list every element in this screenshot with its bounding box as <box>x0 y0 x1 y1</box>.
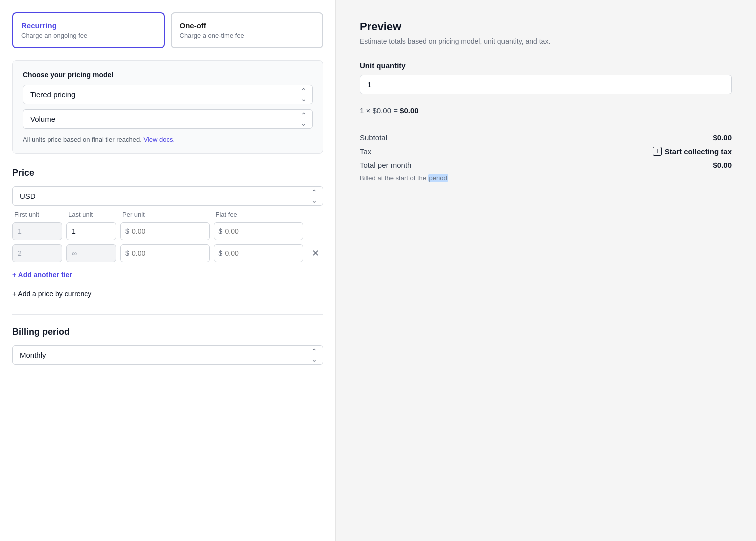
price-section-title: Price <box>12 168 323 178</box>
remove-tier-button[interactable]: ✕ <box>307 246 323 261</box>
tax-label: Tax <box>360 147 371 156</box>
currency-select-wrapper: USD EUR GBP ⌃⌄ <box>12 186 323 206</box>
left-panel: Recurring Charge an ongoing fee One-off … <box>0 0 336 541</box>
tier1-per-unit-input[interactable] <box>120 222 210 240</box>
last-unit-header: Last unit <box>66 211 116 218</box>
recurring-card[interactable]: Recurring Charge an ongoing fee <box>12 12 165 48</box>
period-highlight: period <box>428 174 448 182</box>
add-currency-button[interactable]: + Add a price by currency <box>12 286 91 302</box>
preview-subtitle: Estimate totals based on pricing model, … <box>360 37 732 45</box>
pricing-description: All units price based on final tier reac… <box>23 136 313 143</box>
tier1-last-unit-input[interactable] <box>66 222 116 240</box>
subtotal-row: Subtotal $0.00 <box>360 133 732 142</box>
tier2-per-unit-wrapper: $ <box>120 244 210 262</box>
pricing-model-label: Choose your pricing model <box>23 71 313 79</box>
total-per-month-value: $0.00 <box>713 161 732 169</box>
billed-note: Billed at the start of the period <box>360 174 732 182</box>
pricing-model-secondary-wrapper: Volume Tiered Standard ⌃⌄ <box>23 109 313 129</box>
first-unit-header: First unit <box>12 211 62 218</box>
recurring-card-title: Recurring <box>21 21 156 30</box>
section-divider <box>12 314 323 315</box>
pricing-model-secondary-select[interactable]: Volume Tiered Standard <box>23 109 313 129</box>
right-panel: Preview Estimate totals based on pricing… <box>336 0 756 541</box>
actions-header <box>307 211 323 218</box>
total-per-month-row: Total per month $0.00 <box>360 161 732 169</box>
tier2-last-unit-input <box>66 244 116 262</box>
pricing-model-section: Choose your pricing model Tiered pricing… <box>12 60 323 154</box>
table-row: $ $ ✕ <box>12 244 323 262</box>
unit-quantity-label: Unit quantity <box>360 61 732 70</box>
start-collecting-tax-label: Start collecting tax <box>665 147 732 156</box>
unit-quantity-input[interactable] <box>360 75 732 94</box>
billing-section: Billing period Monthly Weekly Yearly Eve… <box>12 327 323 365</box>
tier-headers: First unit Last unit Per unit Flat fee <box>12 211 323 218</box>
tier2-per-unit-input[interactable] <box>120 244 210 262</box>
subtotal-label: Subtotal <box>360 133 387 142</box>
tier2-first-unit-input <box>12 244 62 262</box>
view-docs-link[interactable]: View docs. <box>143 136 175 143</box>
start-collecting-tax-link[interactable]: i Start collecting tax <box>653 147 732 156</box>
calculation-result: $0.00 <box>400 106 419 115</box>
pricing-model-primary-wrapper: Tiered pricing Volume Standard Package ⌃… <box>23 85 313 104</box>
tier1-flat-fee-wrapper: $ <box>214 222 304 240</box>
billing-period-select-wrapper: Monthly Weekly Yearly Every 3 months Eve… <box>12 345 323 365</box>
tax-row: Tax i Start collecting tax <box>360 147 732 156</box>
price-section: Price USD EUR GBP ⌃⌄ First unit Last uni… <box>12 168 323 302</box>
tax-info-icon: i <box>653 147 662 156</box>
tier1-flat-fee-input[interactable] <box>214 222 304 240</box>
subtotal-value: $0.00 <box>713 133 732 142</box>
per-unit-header: Per unit <box>120 211 210 218</box>
one-off-card[interactable]: One-off Charge a one-time fee <box>171 12 324 48</box>
preview-divider <box>360 125 732 125</box>
tier2-flat-fee-wrapper: $ <box>214 244 304 262</box>
flat-fee-header: Flat fee <box>214 211 304 218</box>
one-off-card-subtitle: Charge a one-time fee <box>180 32 315 39</box>
calculation-row: 1 × $0.00 = $0.00 <box>360 106 732 115</box>
currency-select[interactable]: USD EUR GBP <box>12 186 323 206</box>
calculation-text: 1 × $0.00 = <box>360 106 400 115</box>
total-per-month-label: Total per month <box>360 161 411 169</box>
charge-type-row: Recurring Charge an ongoing fee One-off … <box>12 12 323 48</box>
billing-period-title: Billing period <box>12 327 323 337</box>
one-off-card-title: One-off <box>180 21 315 30</box>
recurring-card-subtitle: Charge an ongoing fee <box>21 32 156 39</box>
tier1-first-unit-input <box>12 222 62 240</box>
preview-title: Preview <box>360 20 732 33</box>
billing-period-select[interactable]: Monthly Weekly Yearly Every 3 months Eve… <box>12 345 323 365</box>
table-row: $ $ <box>12 222 323 240</box>
pricing-model-primary-select[interactable]: Tiered pricing Volume Standard Package <box>23 85 313 104</box>
tier2-flat-fee-input[interactable] <box>214 244 304 262</box>
add-tier-button[interactable]: + Add another tier <box>12 266 72 283</box>
tier1-per-unit-wrapper: $ <box>120 222 210 240</box>
